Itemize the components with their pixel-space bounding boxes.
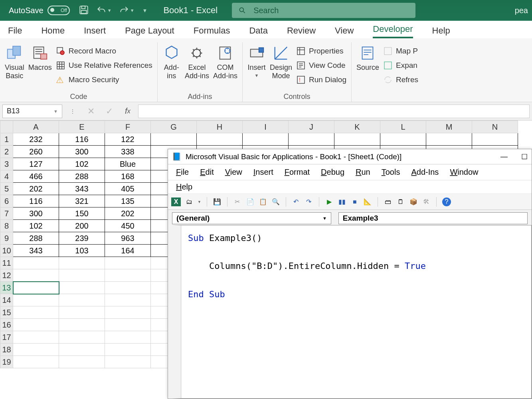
cell-G1[interactable] (151, 133, 197, 146)
undo-icon[interactable]: ↶ (292, 198, 301, 206)
cell-F14[interactable] (105, 294, 151, 306)
paste-icon[interactable]: 📋 (259, 198, 267, 206)
cell-F4[interactable]: 168 (105, 170, 151, 183)
find-icon[interactable]: 🔍 (271, 198, 280, 206)
row-header-15[interactable]: 15 (0, 306, 13, 319)
column-header-E[interactable]: E (59, 121, 105, 133)
row-header-7[interactable]: 7 (0, 207, 13, 220)
cell-A16[interactable] (13, 319, 59, 331)
cell-E12[interactable] (59, 269, 105, 282)
vba-titlebar[interactable]: 📘 Microsoft Visual Basic for Application… (168, 149, 532, 164)
cell-E19[interactable] (59, 356, 105, 368)
cell-E4[interactable]: 288 (59, 170, 105, 183)
tab-view[interactable]: View (335, 23, 354, 38)
cell-F17[interactable] (105, 331, 151, 344)
account-name[interactable]: pea (515, 6, 528, 15)
cell-E9[interactable]: 239 (59, 232, 105, 245)
macros-button[interactable]: Macros (28, 42, 52, 72)
cell-E7[interactable]: 150 (59, 207, 105, 220)
vba-menu-edit[interactable]: Edit (200, 168, 214, 177)
design-mode-icon[interactable]: 📐 (363, 198, 372, 206)
cell-E10[interactable]: 103 (59, 245, 105, 257)
cell-E5[interactable]: 343 (59, 183, 105, 195)
source-button[interactable]: Source (356, 42, 379, 72)
row-header-9[interactable]: 9 (0, 232, 13, 245)
minimize-icon[interactable]: — (500, 152, 508, 161)
cell-A18[interactable] (13, 344, 59, 356)
view-code-button[interactable]: View Code (296, 59, 346, 72)
column-header-N[interactable]: N (472, 121, 518, 133)
cell-F2[interactable]: 338 (105, 146, 151, 158)
row-header-8[interactable]: 8 (0, 220, 13, 232)
cell-A2[interactable]: 260 (13, 146, 59, 158)
save-icon[interactable] (79, 5, 89, 16)
vba-window[interactable]: 📘 Microsoft Visual Basic for Application… (168, 149, 532, 399)
row-header-1[interactable]: 1 (0, 133, 13, 146)
autosave[interactable]: AutoSave Off (9, 6, 70, 15)
row-header-4[interactable]: 4 (0, 170, 13, 183)
vba-menu-run[interactable]: Run (356, 168, 370, 177)
column-header-K[interactable]: K (334, 121, 380, 133)
autosave-toggle[interactable]: Off (47, 6, 70, 15)
record-macro-button[interactable]: Record Macro (56, 45, 152, 57)
cell-E13[interactable] (59, 282, 105, 294)
vba-menu-add-ins[interactable]: Add-Ins (411, 168, 439, 177)
vba-menu-insert[interactable]: Insert (253, 168, 273, 177)
column-header-H[interactable]: H (197, 121, 243, 133)
cell-F16[interactable] (105, 319, 151, 331)
cell-F13[interactable] (105, 282, 151, 294)
cell-E8[interactable]: 200 (59, 220, 105, 232)
row-header-18[interactable]: 18 (0, 344, 13, 356)
reset-icon[interactable]: ■ (350, 198, 359, 206)
design-mode-button[interactable]: Design Mode (270, 42, 292, 80)
row-header-2[interactable]: 2 (0, 146, 13, 158)
object-browser-icon[interactable]: 📦 (409, 198, 418, 206)
row-header-19[interactable]: 19 (0, 356, 13, 368)
redo-icon[interactable]: ▼ (119, 5, 134, 16)
maximize-icon[interactable]: ☐ (521, 152, 528, 161)
cell-E2[interactable]: 300 (59, 146, 105, 158)
select-all-corner[interactable] (0, 121, 13, 133)
run-dialog-button[interactable]: !Run Dialog (296, 73, 346, 86)
name-box[interactable]: B13▼ (2, 105, 62, 118)
cell-A1[interactable]: 232 (13, 133, 59, 146)
vba-menu-format[interactable]: Format (285, 168, 310, 177)
macro-security-button[interactable]: ⚠Macro Security (56, 73, 152, 86)
chevron-down-icon[interactable]: ▼ (53, 109, 58, 114)
namebox-menu[interactable]: ⋮ (65, 105, 81, 118)
vba-menu-file[interactable]: File (176, 168, 189, 177)
cell-E18[interactable] (59, 344, 105, 356)
search-box[interactable]: Search (232, 3, 415, 18)
insert-module-icon[interactable]: 🗂 (185, 198, 194, 206)
cell-F19[interactable] (105, 356, 151, 368)
column-header-F[interactable]: F (105, 121, 151, 133)
insert-function-button[interactable]: fx (120, 105, 136, 118)
help-icon[interactable]: ? (442, 198, 451, 206)
toolbox-icon[interactable]: 🛠 (422, 198, 431, 206)
column-header-L[interactable]: L (380, 121, 426, 133)
cell-A5[interactable]: 202 (13, 183, 59, 195)
visual-basic-button[interactable]: Visual Basic (5, 42, 24, 80)
row-header-13[interactable]: 13 (0, 282, 13, 294)
properties-button[interactable]: Properties (296, 45, 346, 57)
cell-A15[interactable] (13, 306, 59, 319)
vba-menu-tools[interactable]: Tools (382, 168, 400, 177)
tab-data[interactable]: Data (249, 23, 267, 38)
column-header-J[interactable]: J (289, 121, 334, 133)
row-header-17[interactable]: 17 (0, 331, 13, 344)
use-relative-references-button[interactable]: Use Relative References (56, 59, 152, 72)
row-header-14[interactable]: 14 (0, 294, 13, 306)
row-header-11[interactable]: 11 (0, 257, 13, 269)
cell-E17[interactable] (59, 331, 105, 344)
cell-F7[interactable]: 202 (105, 207, 151, 220)
cell-A7[interactable]: 300 (13, 207, 59, 220)
cell-A11[interactable] (13, 257, 59, 269)
cell-H1[interactable] (197, 133, 243, 146)
tab-developer[interactable]: Developer (373, 22, 413, 38)
cell-A10[interactable]: 343 (13, 245, 59, 257)
row-header-12[interactable]: 12 (0, 269, 13, 282)
cell-A9[interactable]: 288 (13, 232, 59, 245)
row-header-3[interactable]: 3 (0, 158, 13, 170)
cell-A12[interactable] (13, 269, 59, 282)
properties-window-icon[interactable]: 🗒 (396, 198, 405, 206)
